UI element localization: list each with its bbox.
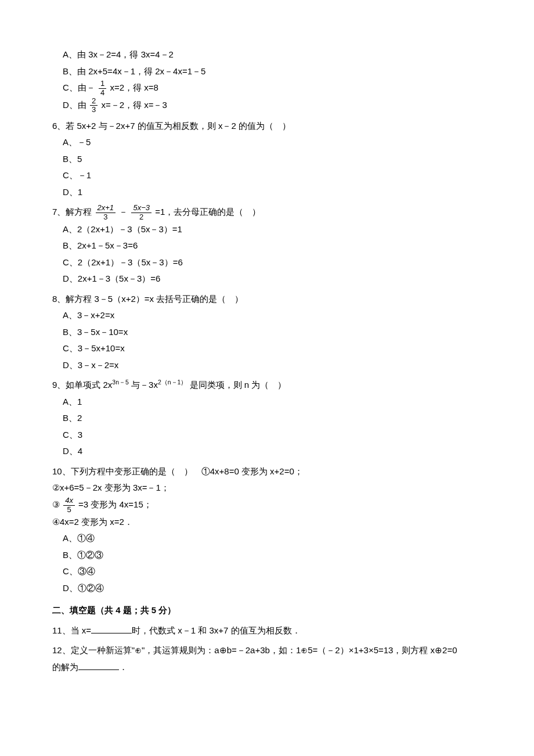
q12-line2-pre: 的解为 bbox=[52, 662, 78, 672]
frac-num: 5x−3 bbox=[131, 204, 151, 213]
frac-num: 2x+1 bbox=[96, 204, 116, 213]
q9-option-a: A、1 bbox=[52, 394, 482, 411]
q7-text: 7、解方程 2x+1 3 － 5x−3 2 =1，去分母正确的是（ ） bbox=[52, 204, 482, 221]
frac-den: 2 bbox=[131, 213, 151, 221]
frac-den: 3 bbox=[96, 213, 116, 221]
q7-post: =1，去分母正确的是（ ） bbox=[155, 207, 261, 217]
frac-den: 5 bbox=[63, 506, 75, 514]
q6-text: 6、若 5x+2 与－2x+7 的值互为相反数，则 x－2 的值为（ ） bbox=[52, 118, 482, 135]
q9-post: 是同类项，则 n 为（ ） bbox=[187, 380, 286, 390]
blank-input[interactable] bbox=[78, 661, 119, 670]
frac-den: 4 bbox=[99, 89, 106, 97]
section2-title: 二、填空题（共 4 题；共 5 分） bbox=[52, 602, 482, 619]
q9-exp2: 2（n－1） bbox=[158, 379, 187, 386]
q5d-pre: D、由 bbox=[63, 100, 89, 110]
q6-option-d: D、1 bbox=[52, 184, 482, 201]
q9-option-d: D、4 bbox=[52, 443, 482, 460]
q5d-post: x=－2，得 x=－3 bbox=[101, 100, 167, 110]
q5c-post: x=2，得 x=8 bbox=[110, 82, 158, 92]
q6-option-c: C、－1 bbox=[52, 167, 482, 184]
q7-option-a: A、2（2x+1）－3（5x－3）=1 bbox=[52, 221, 482, 238]
q5c-pre: C、由－ bbox=[63, 82, 95, 92]
q6-option-a: A、－5 bbox=[52, 134, 482, 151]
q7-mid1: － bbox=[119, 207, 128, 217]
q12-line1: 12、定义一种新运算"⊕"，其运算规则为：a⊕b=－2a+3b，如：1⊕5=（－… bbox=[52, 642, 482, 659]
q7-option-b: B、2x+1－5x－3=6 bbox=[52, 237, 482, 254]
q10-option-c: C、③④ bbox=[52, 563, 482, 580]
q8-option-c: C、3－5x+10=x bbox=[52, 340, 482, 357]
q10-line4: ④4x=2 变形为 x=2． bbox=[52, 514, 482, 531]
q10-line3: ③ 4x 5 =3 变形为 4x=15； bbox=[52, 496, 482, 514]
q5-option-d: D、由 2 3 x=－2，得 x=－3 bbox=[52, 97, 482, 114]
q9-pre: 9、如单项式 2x bbox=[52, 380, 112, 390]
q8-option-d: D、3－x－2=x bbox=[52, 357, 482, 374]
fraction-icon: 5x−3 2 bbox=[131, 204, 151, 221]
q10-option-b: B、①②③ bbox=[52, 547, 482, 564]
q7-option-d: D、2x+1－3（5x－3）=6 bbox=[52, 271, 482, 287]
q9-text: 9、如单项式 2x3n－5 与－3x2（n－1） 是同类项，则 n 为（ ） bbox=[52, 377, 482, 394]
fraction-icon: 1 4 bbox=[99, 80, 106, 97]
q8-option-b: B、3－5x－10=x bbox=[52, 324, 482, 341]
fraction-icon: 2x+1 3 bbox=[96, 204, 116, 221]
fraction-icon: 4x 5 bbox=[63, 496, 75, 514]
frac-den: 3 bbox=[90, 106, 98, 114]
q5-option-c: C、由－ 1 4 x=2，得 x=8 bbox=[52, 80, 482, 97]
q5-option-b: B、由 2x+5=4x－1，得 2x－4x=1－5 bbox=[52, 63, 482, 80]
q8-text: 8、解方程 3－5（x+2）=x 去括号正确的是（ ） bbox=[52, 291, 482, 308]
q11-post: 时，代数式 x－1 和 3x+7 的值互为相反数． bbox=[132, 625, 300, 635]
q10-line3-post: =3 变形为 4x=15； bbox=[78, 499, 152, 509]
q9-option-c: C、3 bbox=[52, 427, 482, 444]
fraction-icon: 2 3 bbox=[90, 97, 98, 114]
frac-num: 1 bbox=[99, 80, 106, 88]
q7-pre: 7、解方程 bbox=[52, 207, 95, 217]
q9-mid: 与－3x bbox=[129, 380, 158, 390]
q7-option-c: C、2（2x+1）－3（5x－3）=6 bbox=[52, 254, 482, 271]
q9-option-b: B、2 bbox=[52, 410, 482, 427]
q10-text: 10、下列方程中变形正确的是（ ） ①4x+8=0 变形为 x+2=0； bbox=[52, 463, 482, 480]
q12-line2-post: ． bbox=[119, 662, 128, 672]
q11: 11、当 x=时，代数式 x－1 和 3x+7 的值互为相反数． bbox=[52, 622, 482, 639]
q8-option-a: A、3－x+2=x bbox=[52, 307, 482, 324]
frac-num: 2 bbox=[90, 97, 98, 106]
q6-option-b: B、5 bbox=[52, 151, 482, 168]
q5-option-a: A、由 3x－2=4，得 3x=4－2 bbox=[52, 46, 482, 63]
frac-num: 4x bbox=[63, 496, 75, 505]
q12-line2: 的解为． bbox=[52, 659, 482, 676]
q10-option-a: A、①④ bbox=[52, 530, 482, 547]
q10-line3-pre: ③ bbox=[52, 499, 62, 509]
blank-input[interactable] bbox=[91, 624, 132, 633]
q10-line2: ②x+6=5－2x 变形为 3x=－1； bbox=[52, 480, 482, 496]
q9-exp1: 3n－5 bbox=[112, 379, 129, 386]
q10-option-d: D、①②④ bbox=[52, 580, 482, 597]
q11-pre: 11、当 x= bbox=[52, 625, 91, 635]
